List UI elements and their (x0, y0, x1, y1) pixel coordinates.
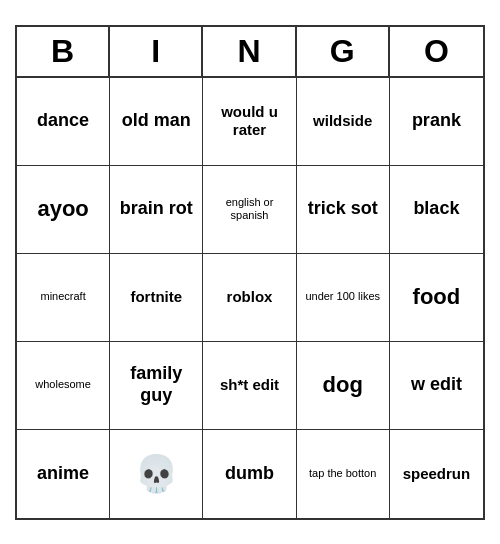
header-letter: O (390, 27, 483, 76)
bingo-cell: w edit (390, 342, 483, 430)
bingo-cell: wildside (297, 78, 390, 166)
bingo-cell: minecraft (17, 254, 110, 342)
header-letter: B (17, 27, 110, 76)
bingo-cell: 💀 (110, 430, 203, 518)
bingo-cell: tap the botton (297, 430, 390, 518)
bingo-cell: dumb (203, 430, 296, 518)
bingo-cell: dog (297, 342, 390, 430)
bingo-cell: under 100 likes (297, 254, 390, 342)
header-letter: I (110, 27, 203, 76)
bingo-cell: dance (17, 78, 110, 166)
header-letter: N (203, 27, 296, 76)
bingo-cell: wholesome (17, 342, 110, 430)
bingo-cell: trick sot (297, 166, 390, 254)
bingo-cell: family guy (110, 342, 203, 430)
bingo-cell: black (390, 166, 483, 254)
bingo-cell: sh*t edit (203, 342, 296, 430)
bingo-cell: prank (390, 78, 483, 166)
bingo-grid: danceold manwould u raterwildsideprankay… (17, 78, 483, 518)
bingo-header: BINGO (17, 27, 483, 78)
bingo-cell: food (390, 254, 483, 342)
header-letter: G (297, 27, 390, 76)
bingo-cell: fortnite (110, 254, 203, 342)
bingo-cell: would u rater (203, 78, 296, 166)
bingo-cell: ayoo (17, 166, 110, 254)
bingo-cell: english or spanish (203, 166, 296, 254)
bingo-cell: brain rot (110, 166, 203, 254)
bingo-cell: anime (17, 430, 110, 518)
bingo-card: BINGO danceold manwould u raterwildsidep… (15, 25, 485, 520)
bingo-cell: old man (110, 78, 203, 166)
bingo-cell: speedrun (390, 430, 483, 518)
bingo-cell: roblox (203, 254, 296, 342)
